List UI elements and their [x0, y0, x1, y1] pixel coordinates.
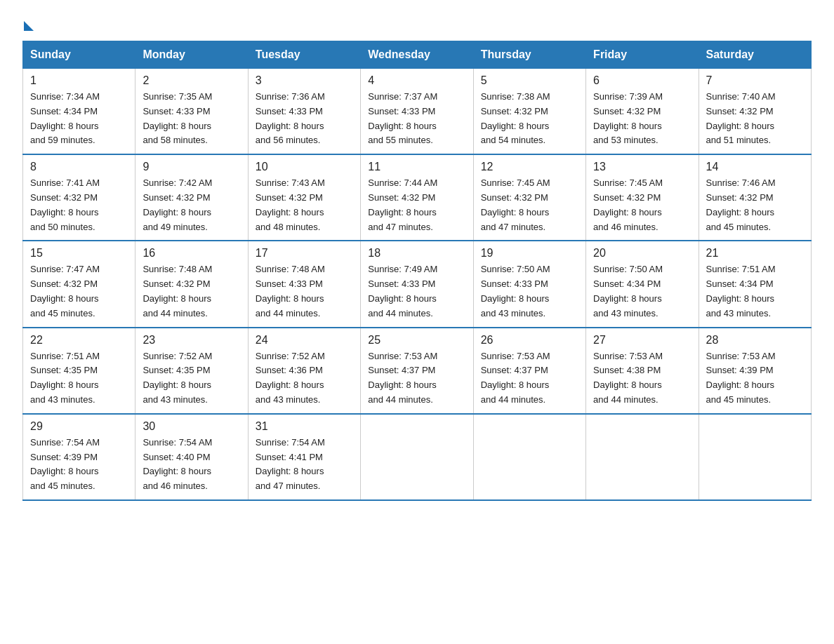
day-cell [473, 414, 585, 500]
week-row-2: 8 Sunrise: 7:41 AMSunset: 4:32 PMDayligh… [23, 154, 812, 241]
day-number: 17 [256, 247, 353, 260]
day-info: Sunrise: 7:50 AMSunset: 4:33 PMDaylight:… [481, 262, 578, 321]
day-cell: 26 Sunrise: 7:53 AMSunset: 4:37 PMDaylig… [473, 328, 585, 414]
day-number: 29 [30, 420, 128, 433]
day-info: Sunrise: 7:45 AMSunset: 4:32 PMDaylight:… [481, 176, 578, 234]
week-row-5: 29 Sunrise: 7:54 AMSunset: 4:39 PMDaylig… [23, 414, 812, 500]
day-number: 23 [143, 334, 240, 347]
header-cell-tuesday: Tuesday [248, 41, 360, 69]
day-number: 31 [256, 420, 353, 433]
day-number: 9 [143, 161, 240, 173]
day-number: 10 [256, 161, 353, 173]
header-cell-friday: Friday [586, 41, 699, 69]
day-info: Sunrise: 7:52 AMSunset: 4:36 PMDaylight:… [256, 349, 353, 408]
day-info: Sunrise: 7:54 AMSunset: 4:39 PMDaylight:… [30, 436, 128, 494]
day-info: Sunrise: 7:38 AMSunset: 4:32 PMDaylight:… [481, 90, 578, 148]
day-number: 21 [706, 247, 804, 260]
day-cell: 13 Sunrise: 7:45 AMSunset: 4:32 PMDaylig… [586, 154, 699, 241]
day-info: Sunrise: 7:45 AMSunset: 4:32 PMDaylight:… [593, 176, 691, 234]
day-number: 24 [256, 334, 353, 347]
day-number: 7 [706, 74, 804, 87]
day-info: Sunrise: 7:40 AMSunset: 4:32 PMDaylight:… [706, 90, 804, 148]
day-cell: 11 Sunrise: 7:44 AMSunset: 4:32 PMDaylig… [361, 154, 473, 241]
day-info: Sunrise: 7:48 AMSunset: 4:32 PMDaylight:… [143, 262, 240, 321]
week-row-1: 1 Sunrise: 7:34 AMSunset: 4:34 PMDayligh… [23, 69, 812, 155]
day-number: 11 [368, 161, 465, 173]
day-number: 27 [593, 334, 691, 347]
day-info: Sunrise: 7:41 AMSunset: 4:32 PMDaylight:… [30, 176, 128, 234]
day-number: 1 [30, 74, 128, 87]
day-cell: 15 Sunrise: 7:47 AMSunset: 4:32 PMDaylig… [23, 241, 135, 327]
day-cell: 19 Sunrise: 7:50 AMSunset: 4:33 PMDaylig… [473, 241, 585, 327]
day-number: 12 [481, 161, 578, 173]
day-info: Sunrise: 7:37 AMSunset: 4:33 PMDaylight:… [368, 90, 465, 148]
logo-arrow-icon [24, 21, 34, 31]
day-number: 6 [593, 74, 691, 87]
day-cell: 14 Sunrise: 7:46 AMSunset: 4:32 PMDaylig… [699, 154, 811, 241]
day-info: Sunrise: 7:36 AMSunset: 4:33 PMDaylight:… [256, 90, 353, 148]
day-number: 30 [143, 420, 240, 433]
day-info: Sunrise: 7:54 AMSunset: 4:41 PMDaylight:… [256, 436, 353, 494]
calendar-table: SundayMondayTuesdayWednesdayThursdayFrid… [22, 41, 812, 501]
header-cell-monday: Monday [135, 41, 248, 69]
day-cell: 2 Sunrise: 7:35 AMSunset: 4:33 PMDayligh… [135, 69, 248, 155]
day-info: Sunrise: 7:53 AMSunset: 4:37 PMDaylight:… [368, 349, 465, 408]
day-cell: 5 Sunrise: 7:38 AMSunset: 4:32 PMDayligh… [473, 69, 585, 155]
day-info: Sunrise: 7:42 AMSunset: 4:32 PMDaylight:… [143, 176, 240, 234]
day-info: Sunrise: 7:47 AMSunset: 4:32 PMDaylight:… [30, 262, 128, 321]
day-cell: 30 Sunrise: 7:54 AMSunset: 4:40 PMDaylig… [135, 414, 248, 500]
day-cell: 3 Sunrise: 7:36 AMSunset: 4:33 PMDayligh… [248, 69, 360, 155]
day-number: 16 [143, 247, 240, 260]
day-number: 5 [481, 74, 578, 87]
day-cell: 17 Sunrise: 7:48 AMSunset: 4:33 PMDaylig… [248, 241, 360, 327]
day-cell: 4 Sunrise: 7:37 AMSunset: 4:33 PMDayligh… [361, 69, 473, 155]
day-cell: 21 Sunrise: 7:51 AMSunset: 4:34 PMDaylig… [699, 241, 811, 327]
day-info: Sunrise: 7:39 AMSunset: 4:32 PMDaylight:… [593, 90, 691, 148]
day-number: 18 [368, 247, 465, 260]
day-info: Sunrise: 7:50 AMSunset: 4:34 PMDaylight:… [593, 262, 691, 321]
week-row-3: 15 Sunrise: 7:47 AMSunset: 4:32 PMDaylig… [23, 241, 812, 327]
day-number: 26 [481, 334, 578, 347]
day-number: 14 [706, 161, 804, 173]
day-info: Sunrise: 7:35 AMSunset: 4:33 PMDaylight:… [143, 90, 240, 148]
day-cell: 16 Sunrise: 7:48 AMSunset: 4:32 PMDaylig… [135, 241, 248, 327]
day-number: 22 [30, 334, 128, 347]
day-cell: 6 Sunrise: 7:39 AMSunset: 4:32 PMDayligh… [586, 69, 699, 155]
day-info: Sunrise: 7:44 AMSunset: 4:32 PMDaylight:… [368, 176, 465, 234]
day-cell: 20 Sunrise: 7:50 AMSunset: 4:34 PMDaylig… [586, 241, 699, 327]
day-info: Sunrise: 7:48 AMSunset: 4:33 PMDaylight:… [256, 262, 353, 321]
day-info: Sunrise: 7:43 AMSunset: 4:32 PMDaylight:… [256, 176, 353, 234]
day-cell: 24 Sunrise: 7:52 AMSunset: 4:36 PMDaylig… [248, 328, 360, 414]
page-header [22, 17, 812, 28]
header-cell-saturday: Saturday [699, 41, 811, 69]
day-info: Sunrise: 7:53 AMSunset: 4:39 PMDaylight:… [706, 349, 804, 408]
day-cell [699, 414, 811, 500]
week-row-4: 22 Sunrise: 7:51 AMSunset: 4:35 PMDaylig… [23, 328, 812, 414]
day-cell: 29 Sunrise: 7:54 AMSunset: 4:39 PMDaylig… [23, 414, 135, 500]
day-number: 19 [481, 247, 578, 260]
day-cell [361, 414, 473, 500]
day-info: Sunrise: 7:54 AMSunset: 4:40 PMDaylight:… [143, 436, 240, 494]
day-number: 13 [593, 161, 691, 173]
day-cell: 7 Sunrise: 7:40 AMSunset: 4:32 PMDayligh… [699, 69, 811, 155]
day-cell: 1 Sunrise: 7:34 AMSunset: 4:34 PMDayligh… [23, 69, 135, 155]
day-cell: 10 Sunrise: 7:43 AMSunset: 4:32 PMDaylig… [248, 154, 360, 241]
day-number: 3 [256, 74, 353, 87]
day-cell: 9 Sunrise: 7:42 AMSunset: 4:32 PMDayligh… [135, 154, 248, 241]
day-cell: 8 Sunrise: 7:41 AMSunset: 4:32 PMDayligh… [23, 154, 135, 241]
logo [22, 17, 34, 28]
day-info: Sunrise: 7:49 AMSunset: 4:33 PMDaylight:… [368, 262, 465, 321]
header-cell-thursday: Thursday [473, 41, 585, 69]
header-row: SundayMondayTuesdayWednesdayThursdayFrid… [23, 41, 812, 69]
day-cell: 31 Sunrise: 7:54 AMSunset: 4:41 PMDaylig… [248, 414, 360, 500]
day-cell: 22 Sunrise: 7:51 AMSunset: 4:35 PMDaylig… [23, 328, 135, 414]
day-number: 8 [30, 161, 128, 173]
day-info: Sunrise: 7:53 AMSunset: 4:37 PMDaylight:… [481, 349, 578, 408]
day-cell: 18 Sunrise: 7:49 AMSunset: 4:33 PMDaylig… [361, 241, 473, 327]
header-cell-sunday: Sunday [23, 41, 135, 69]
day-cell: 27 Sunrise: 7:53 AMSunset: 4:38 PMDaylig… [586, 328, 699, 414]
day-info: Sunrise: 7:46 AMSunset: 4:32 PMDaylight:… [706, 176, 804, 234]
day-info: Sunrise: 7:51 AMSunset: 4:34 PMDaylight:… [706, 262, 804, 321]
day-number: 25 [368, 334, 465, 347]
day-info: Sunrise: 7:51 AMSunset: 4:35 PMDaylight:… [30, 349, 128, 408]
